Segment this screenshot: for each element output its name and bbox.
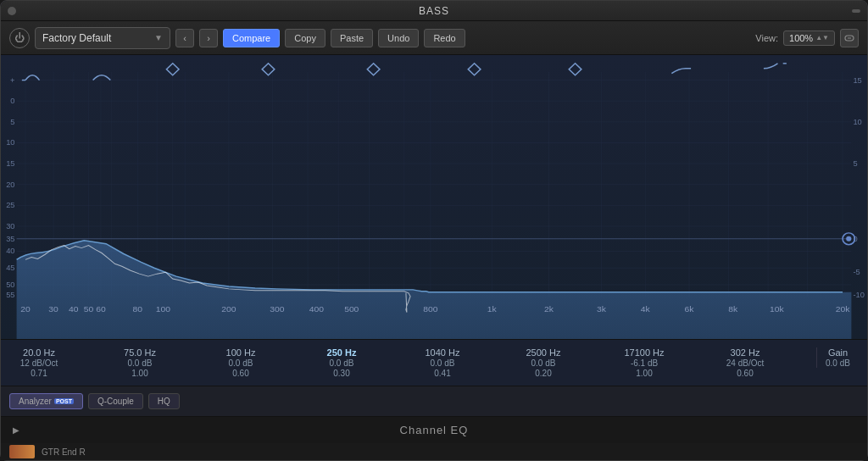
undo-button[interactable]: Undo (378, 29, 419, 47)
svg-text:200: 200 (221, 305, 236, 314)
svg-text:100: 100 (156, 305, 171, 314)
svg-text:0: 0 (10, 97, 14, 105)
next-preset-button[interactable]: › (199, 29, 218, 47)
q-couple-button[interactable]: Q-Couple (88, 393, 143, 409)
play-button[interactable]: ▶ (9, 424, 23, 437)
plugin-title: BASS (419, 5, 449, 17)
svg-text:10k: 10k (770, 305, 785, 314)
band-6-gain: 0.0 dB (531, 358, 556, 368)
band-5-q: 0.41 (434, 369, 450, 378)
band-7-freq: 17100 Hz (624, 347, 664, 358)
band-4-gain: 0.0 dB (330, 358, 354, 368)
svg-text:3k: 3k (597, 305, 607, 314)
svg-text:8k: 8k (728, 305, 738, 314)
band-4-q: 0.30 (333, 369, 349, 378)
preset-label: Factory Default (42, 32, 111, 44)
compare-button[interactable]: Compare (223, 29, 280, 47)
svg-text:-5: -5 (853, 268, 860, 276)
svg-text:800: 800 (423, 305, 438, 314)
band-2-q: 1.00 (131, 369, 147, 378)
svg-text:10: 10 (6, 139, 14, 147)
band-info-bar: 20.0 Hz 12 dB/Oct 0.71 75.0 Hz 0.0 dB 1.… (1, 339, 867, 386)
band-3-info: 100 Hz 0.0 dB 0.60 (211, 347, 270, 378)
svg-text:400: 400 (309, 305, 325, 314)
redo-button[interactable]: Redo (424, 29, 465, 47)
band-7-gain: -6.1 dB (631, 358, 658, 368)
svg-text:30: 30 (48, 305, 58, 314)
svg-text:300: 300 (270, 305, 285, 314)
gain-label: Gain (828, 347, 848, 358)
svg-text:40: 40 (6, 247, 14, 256)
svg-text:-10: -10 (853, 291, 864, 299)
svg-text:20k: 20k (836, 305, 851, 314)
band-6-freq: 2500 Hz (526, 347, 561, 358)
svg-text:60: 60 (96, 305, 106, 314)
svg-text:25: 25 (6, 202, 14, 210)
band-8-freq: 302 Hz (731, 347, 760, 358)
svg-text:2k: 2k (544, 305, 554, 314)
power-button[interactable]: ⏻ (9, 28, 30, 48)
track-label: GTR End R (42, 447, 86, 457)
svg-text:4k: 4k (641, 305, 651, 314)
band-1-gain: 12 dB/Oct (20, 358, 58, 368)
band-2-gain: 0.0 dB (128, 358, 153, 368)
preset-dropdown[interactable]: Factory Default ▼ (35, 27, 170, 49)
svg-text:45: 45 (6, 264, 14, 272)
link-button[interactable] (840, 29, 859, 47)
traffic-light-left (8, 7, 16, 15)
svg-text:50: 50 (84, 305, 94, 314)
view-percent-arrows: ▲▼ (815, 35, 829, 42)
svg-text:15: 15 (6, 159, 14, 168)
svg-text:80: 80 (133, 305, 143, 314)
svg-text:1k: 1k (487, 305, 498, 314)
band-3-q: 0.60 (232, 369, 248, 378)
copy-button[interactable]: Copy (285, 29, 326, 47)
svg-text:10: 10 (853, 118, 861, 126)
footer: ▶ Channel EQ (1, 416, 867, 443)
svg-text:55: 55 (6, 291, 14, 299)
band-2-freq: 75.0 Hz (124, 347, 156, 358)
band-8-gain: 24 dB/Oct (726, 358, 764, 368)
svg-text:20: 20 (6, 181, 14, 189)
bottom-toolbar: Analyzer POST Q-Couple HQ (1, 386, 867, 416)
band-6-info: 2500 Hz 0.0 dB 0.20 (514, 347, 573, 378)
svg-text:6k: 6k (685, 305, 695, 314)
plugin-name: Channel EQ (400, 424, 469, 436)
plugin-window: BASS ⏻ Factory Default ▼ ‹ › Compare Cop… (0, 0, 868, 461)
svg-text:15: 15 (853, 76, 861, 85)
svg-text:35: 35 (6, 235, 14, 243)
view-percent[interactable]: 100% ▲▼ (783, 31, 835, 46)
band-3-gain: 0.0 dB (229, 358, 253, 368)
band-8-q: 0.60 (737, 369, 753, 378)
svg-point-80 (846, 236, 851, 242)
traffic-light-right (852, 9, 860, 13)
band-1-q: 0.71 (31, 369, 47, 378)
band-7-info: 17100 Hz -6.1 dB 1.00 (615, 347, 674, 378)
svg-text:5: 5 (853, 159, 857, 168)
band-6-q: 0.20 (535, 369, 551, 378)
post-badge: POST (54, 398, 74, 404)
svg-text:50: 50 (6, 280, 14, 289)
band-3-freq: 100 Hz (226, 347, 256, 358)
band-1-info: 20.0 Hz 12 dB/Oct 0.71 (9, 347, 69, 378)
band-2-info: 75.0 Hz 0.0 dB 1.00 (110, 347, 170, 378)
band-8-info: 302 Hz 24 dB/Oct 0.60 (715, 347, 775, 378)
analyzer-button[interactable]: Analyzer POST (9, 393, 83, 409)
band-5-info: 1040 Hz 0.0 dB 0.41 (413, 347, 472, 378)
svg-text:500: 500 (344, 305, 359, 314)
paste-button[interactable]: Paste (331, 29, 373, 47)
view-label: View: (755, 33, 778, 43)
eq-display[interactable]: 20 30 40 50 60 80 100 200 300 400 500 80… (1, 55, 867, 339)
band-4-info: 250 Hz 0.0 dB 0.30 (312, 347, 371, 378)
band-4-freq: 250 Hz (327, 347, 357, 358)
gain-info: Gain 0.0 dB (816, 347, 859, 368)
prev-preset-button[interactable]: ‹ (175, 29, 194, 47)
svg-text:30: 30 (6, 222, 14, 230)
svg-text:5: 5 (10, 118, 14, 126)
band-5-freq: 1040 Hz (426, 347, 460, 358)
toolbar: ⏻ Factory Default ▼ ‹ › Compare Copy Pas… (1, 21, 867, 55)
eq-graph: 20 30 40 50 60 80 100 200 300 400 500 80… (1, 55, 867, 339)
gain-value: 0.0 dB (826, 358, 850, 368)
band-7-q: 1.00 (636, 369, 652, 378)
hq-button[interactable]: HQ (148, 393, 180, 409)
